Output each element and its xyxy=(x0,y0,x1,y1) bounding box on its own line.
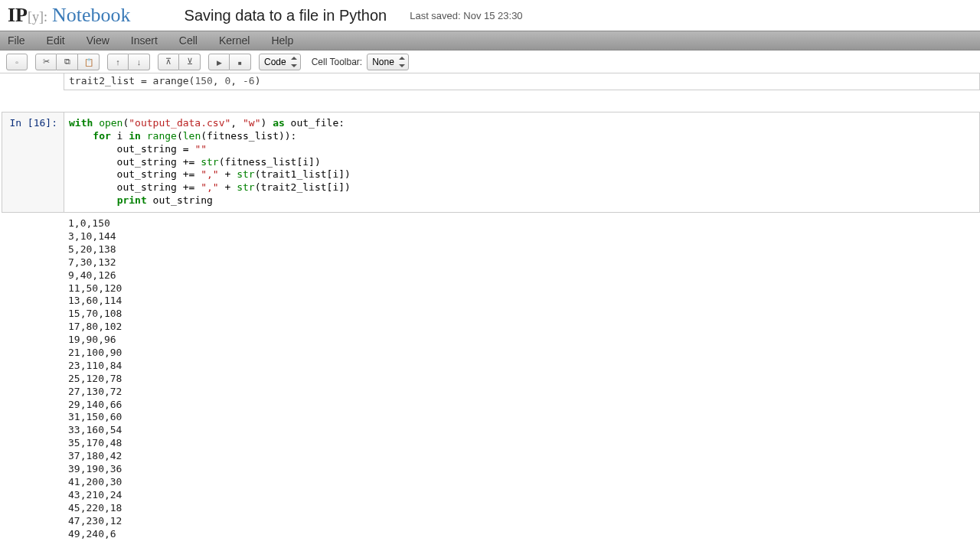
paste-icon xyxy=(84,57,93,67)
cell-output: 1,0,150 3,10,144 5,20,138 7,30,132 9,40,… xyxy=(64,213,980,540)
logo-y: [y]: xyxy=(28,9,47,25)
cut-button[interactable] xyxy=(35,54,57,70)
save-icon xyxy=(15,57,18,67)
arrow-up-icon xyxy=(116,57,120,67)
cell-toolbar-value: None xyxy=(372,57,394,67)
notebook-area: trait2_list = arange(150, 0, -6) In [16]… xyxy=(0,73,980,540)
stop-icon xyxy=(238,57,242,67)
logo-ip: IP xyxy=(8,4,28,27)
header: IP [y]: Notebook Saving data to a file i… xyxy=(0,0,980,31)
menu-insert[interactable]: Insert xyxy=(131,34,158,47)
menu-edit[interactable]: Edit xyxy=(47,34,65,47)
notebook-title[interactable]: Saving data to a file in Python xyxy=(185,7,387,24)
cell-toolbar-label: Cell Toolbar: xyxy=(312,57,362,67)
code-cell[interactable]: In [16]: with open("output_data.csv", "w… xyxy=(2,112,980,213)
cell-type-label: Code xyxy=(264,57,286,67)
copy-button[interactable] xyxy=(57,54,78,70)
logo: IP [y]: Notebook xyxy=(8,4,131,27)
toolbar: Code Cell Toolbar: None xyxy=(0,51,980,73)
menu-help[interactable]: Help xyxy=(271,34,293,47)
move-down-button[interactable] xyxy=(129,54,150,70)
menubar: File Edit View Insert Cell Kernel Help xyxy=(0,31,980,51)
cell-type-select[interactable]: Code xyxy=(259,54,301,70)
input-prompt: In [16]: xyxy=(2,112,64,212)
copy-icon xyxy=(64,57,70,67)
insert-above-button[interactable] xyxy=(158,54,179,70)
interrupt-button[interactable] xyxy=(230,54,251,70)
save-button[interactable] xyxy=(6,54,28,70)
cut-icon xyxy=(43,57,50,67)
arrow-down-icon xyxy=(137,57,142,67)
last-saved: Last saved: Nov 15 23:30 xyxy=(410,10,522,21)
code-editor[interactable]: with open("output_data.csv", "w") as out… xyxy=(64,112,979,212)
logo-notebook: Notebook xyxy=(52,4,131,27)
menu-kernel[interactable]: Kernel xyxy=(219,34,250,47)
insert-above-icon xyxy=(165,57,172,67)
paste-button[interactable] xyxy=(78,54,100,70)
insert-below-icon xyxy=(187,57,193,67)
play-icon xyxy=(217,57,222,67)
insert-below-button[interactable] xyxy=(179,54,201,70)
previous-cell-fragment[interactable]: trait2_list = arange(150, 0, -6) xyxy=(64,73,980,90)
menu-file[interactable]: File xyxy=(8,34,25,47)
run-button[interactable] xyxy=(208,54,230,70)
cell-toolbar-select[interactable]: None xyxy=(367,54,409,70)
menu-cell[interactable]: Cell xyxy=(179,34,198,47)
move-up-button[interactable] xyxy=(107,54,129,70)
menu-view[interactable]: View xyxy=(87,34,109,47)
